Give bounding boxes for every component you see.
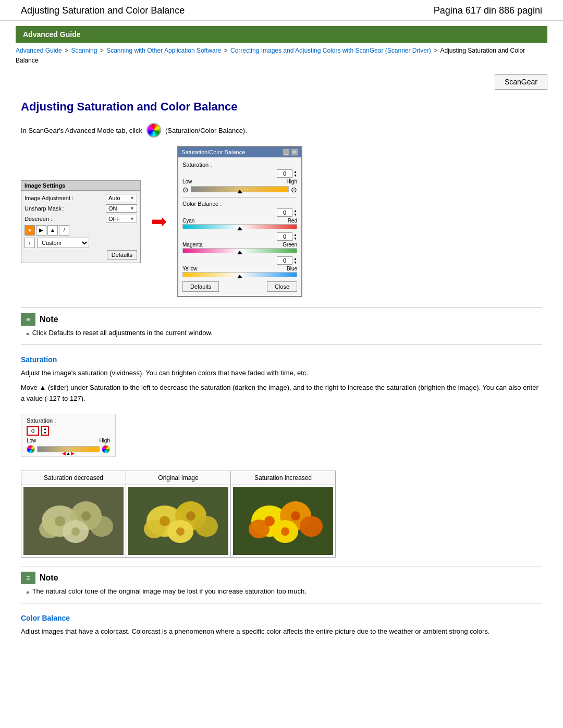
saturation-slider-track[interactable] (191, 186, 289, 192)
color-balance-label: Color Balance : (182, 201, 297, 207)
svg-point-7 (81, 511, 91, 521)
cyan-red-track[interactable] (182, 224, 297, 229)
flower-col-3: Saturation increased (231, 471, 336, 485)
svg-point-23 (300, 516, 323, 537)
image-adjustment-label: Image Adjustment : (25, 195, 74, 201)
custom-select[interactable]: Custom (37, 238, 89, 248)
saturation-up-btn[interactable]: ▲ (293, 170, 297, 174)
color-balance-para1: Adjust images that have a colorcast. Col… (21, 626, 542, 637)
cyan-red-value-row: ▲ ▼ (182, 208, 297, 217)
saturation-input[interactable] (277, 169, 292, 178)
red-label: Red (288, 218, 297, 224)
mini-sat-value-box[interactable]: 0 (27, 426, 39, 436)
svg-point-26 (281, 527, 289, 536)
saturation-heading: Saturation (21, 355, 542, 364)
saturation-down-btn[interactable]: ▼ (293, 174, 297, 177)
panel-row-descreen: Descreen : OFF ▼ (25, 215, 137, 223)
mini-sat-low: Low (27, 438, 36, 443)
image-adjustment-arrow[interactable]: ▼ (130, 195, 134, 201)
breadcrumb-scanning[interactable]: Scanning (71, 47, 97, 54)
unsharp-arrow[interactable]: ▼ (130, 206, 134, 211)
mini-sat-slider-row: ◀ ▲ ▶ (27, 445, 110, 453)
mini-sat-down[interactable]: ▼ (42, 431, 48, 435)
saturation-label: Saturation : (182, 162, 297, 168)
saturation-spinbtns: ▲ ▼ (293, 170, 297, 177)
magenta-green-input[interactable] (277, 232, 292, 241)
mini-sat-up[interactable]: ▲ (42, 427, 48, 431)
flower-decreased-svg (23, 487, 124, 555)
satcb-minimize-btn[interactable]: _ (283, 149, 290, 156)
saturation-value-row: ▲ ▼ (182, 169, 297, 178)
satcb-close-button[interactable]: Close (267, 281, 297, 292)
magenta-green-spinbtns: ▲ ▼ (293, 233, 297, 240)
icon-btn-2[interactable]: ▶ (36, 225, 46, 236)
icon-btn-3[interactable]: ▲ (47, 225, 58, 236)
image-adjustment-value: Auto ▼ (106, 194, 137, 202)
mini-sat-range: Low High (27, 438, 110, 443)
satcb-title-bar: Saturation/Color Balance _ ✕ (178, 147, 301, 157)
blue-label: Blue (287, 266, 297, 272)
cyan-red-down[interactable]: ▼ (293, 213, 297, 216)
yellow-blue-down[interactable]: ▼ (293, 261, 297, 264)
cyan-red-input[interactable] (277, 208, 292, 217)
satcb-panel: Saturation/Color Balance _ ✕ Saturation … (177, 146, 302, 297)
cyan-red-spinbtns: ▲ ▼ (293, 209, 297, 216)
color-balance-heading: Color Balance (21, 614, 542, 622)
note-bullet-2: ▪ (26, 587, 29, 597)
magenta-green-thumb (237, 251, 242, 254)
mini-sat-value-row: 0 ▲ ▼ (27, 426, 110, 436)
satcb-close-btn[interactable]: ✕ (291, 149, 298, 156)
svg-point-8 (71, 527, 80, 536)
cyan-label: Cyan (182, 218, 194, 224)
panel-row-unsharp: Unsharp Mask : ON ▼ (25, 204, 137, 213)
svg-point-16 (186, 511, 195, 521)
note-icon-2 (21, 572, 35, 584)
satcb-defaults-button[interactable]: Defaults (182, 281, 219, 292)
icon-btn-4[interactable]: / (59, 225, 69, 236)
unsharp-value: ON ▼ (106, 204, 137, 213)
page-number: Pagina 617 din 886 pagini (434, 5, 542, 16)
panels-container: Image Settings Image Adjustment : Auto ▼… (21, 146, 542, 297)
saturation-low: Low (182, 179, 192, 184)
yellow-blue-track[interactable] (182, 272, 297, 277)
intro-text: In ScanGear's Advanced Mode tab, click (… (21, 123, 542, 138)
icon-btn-1[interactable]: ● (25, 225, 35, 236)
svg-point-6 (55, 516, 65, 526)
magenta-green-up[interactable]: ▲ (293, 233, 297, 237)
satcb-close-btns: _ ✕ (283, 149, 298, 156)
note-header-1: Note (21, 313, 542, 326)
breadcrumb-correcting[interactable]: Correcting Images and Adjusting Colors w… (230, 47, 431, 54)
magenta-green-section: ▲ ▼ Magenta Green (182, 232, 297, 253)
note-header-2: Note (21, 572, 542, 584)
mini-sat-icon-right (102, 445, 110, 453)
yellow-blue-up[interactable]: ▲ (293, 257, 297, 261)
breadcrumb-scanning-other[interactable]: Scanning with Other Application Software (106, 47, 221, 54)
svg-point-17 (176, 527, 185, 536)
yellow-blue-section: ▲ ▼ Yellow Blue (182, 256, 297, 277)
flower-increased-img (233, 487, 333, 555)
breadcrumb-advanced-guide[interactable]: Advanced Guide (16, 47, 62, 54)
note-text-1: Click Defaults to reset all adjustments … (32, 329, 213, 337)
flower-original-img (128, 487, 228, 555)
magenta-green-track[interactable] (182, 248, 297, 253)
mini-arrow-right: ▶ (71, 451, 75, 456)
cyan-red-end-labels: Cyan Red (182, 218, 297, 224)
note-icon-1 (21, 313, 35, 326)
main-heading: Adjusting Saturation and Color Balance (21, 100, 542, 114)
descreen-arrow[interactable]: ▼ (130, 216, 134, 221)
panel-defaults-button[interactable]: Defaults (107, 250, 137, 260)
satcb-bottom-btns: Defaults Close (182, 281, 297, 292)
yellow-blue-input[interactable] (277, 256, 292, 265)
saturation-icon-left: ⊙ (182, 186, 189, 194)
svg-point-5 (90, 516, 113, 537)
svg-point-24 (264, 516, 275, 526)
icon-btn-5[interactable]: / (25, 238, 35, 248)
scangear-button[interactable]: ScanGear (495, 74, 547, 90)
breadcrumb-sep-2: > (100, 47, 105, 54)
image-settings-panel: Image Settings Image Adjustment : Auto ▼… (21, 180, 141, 263)
yellow-blue-thumb (237, 275, 242, 278)
cyan-red-up[interactable]: ▲ (293, 209, 297, 213)
magenta-green-down[interactable]: ▼ (293, 237, 297, 240)
mini-arrow-left: ◀ (62, 451, 66, 456)
mini-sat-track[interactable]: ◀ ▲ ▶ (37, 446, 100, 452)
